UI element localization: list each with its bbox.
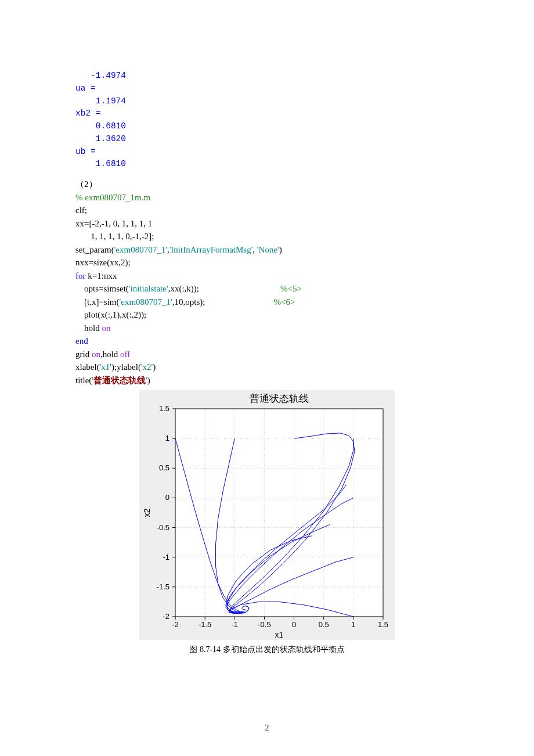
output-line: 1.3620 (75, 133, 459, 146)
code-line: for k=1:nxx (75, 269, 459, 283)
code-line: clf; (75, 204, 459, 217)
code-line: plot(x(:,1),x(:,2)); (75, 308, 459, 322)
svg-text:x1: x1 (275, 630, 284, 639)
svg-text:1.5: 1.5 (159, 404, 169, 413)
code-line: title('普通状态轨线') (75, 374, 459, 387)
code-line: end (75, 334, 459, 348)
svg-text:普通状态轨线: 普通状态轨线 (250, 393, 309, 404)
output-line: ua = (75, 82, 459, 95)
svg-text:1: 1 (165, 434, 169, 442)
svg-text:-0.5: -0.5 (258, 620, 270, 629)
output-line: ub = (75, 146, 459, 159)
code-line: xx=[-2,-1, 0, 1, 1, 1, 1 (75, 217, 459, 231)
output-line: 1.1974 (75, 95, 459, 108)
code-line: [t,x]=sim('exm080707_1',10,opts);%<6> (75, 296, 459, 309)
code-line: nxx=size(xx,2); (75, 256, 459, 269)
svg-text:-2: -2 (172, 620, 179, 629)
svg-text:-2: -2 (163, 612, 169, 621)
svg-text:1: 1 (351, 620, 355, 629)
phase-plot: -2-1.5-1-0.500.511.5-2-1.5-1-0.500.511.5… (139, 390, 395, 640)
output-line: 1.6810 (75, 158, 459, 171)
code-line: xlabel('x1');ylabel('x2') (75, 361, 459, 374)
code-line: set_param('exm080707_1','InitInArrayForm… (75, 243, 459, 257)
code-line: hold on (75, 322, 459, 335)
code-line: grid on,hold off (75, 348, 459, 361)
svg-text:1.5: 1.5 (378, 620, 388, 629)
matlab-output: -1.4974 ua = 1.1974 xb2 = 0.6810 1.3620 … (75, 70, 459, 171)
output-line: -1.4974 (75, 70, 459, 82)
figure-caption: 图 8.7-14 多初始点出发的状态轨线和平衡点 (75, 645, 459, 655)
svg-text:-0.5: -0.5 (157, 523, 169, 532)
page-number: 2 (0, 723, 534, 733)
code-line: 1, 1, 1, 1, 0,-1,-2]; (75, 230, 459, 243)
svg-text:-1: -1 (232, 620, 239, 629)
svg-text:0: 0 (292, 620, 296, 629)
svg-text:-1.5: -1.5 (199, 620, 211, 629)
svg-text:0.5: 0.5 (159, 463, 169, 472)
code-line: opts=simset('initialstate',xx(:,k));%<5> (75, 282, 459, 296)
figure: -2-1.5-1-0.500.511.5-2-1.5-1-0.500.511.5… (75, 390, 459, 642)
svg-text:0: 0 (165, 493, 169, 502)
matlab-code: % exm080707_1m.m clf; xx=[-2,-1, 0, 1, 1… (75, 191, 459, 387)
output-line: xb2 = (75, 107, 459, 120)
svg-text:x2: x2 (142, 508, 151, 517)
svg-text:-1: -1 (163, 553, 169, 561)
svg-text:0.5: 0.5 (319, 620, 329, 629)
code-comment: % exm080707_1m.m (75, 191, 459, 204)
output-line: 0.6810 (75, 120, 459, 133)
section-label: （2） (75, 178, 459, 191)
svg-text:-1.5: -1.5 (157, 582, 169, 591)
